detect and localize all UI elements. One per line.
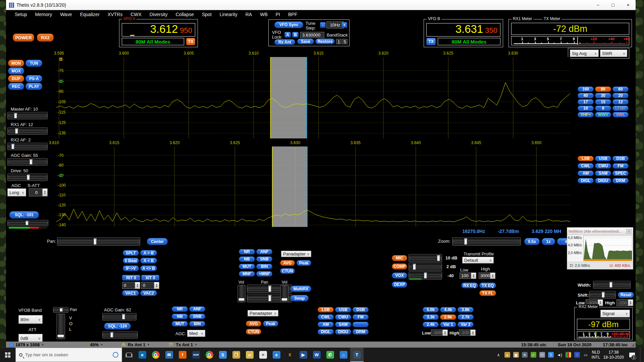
minimize-button[interactable]: −	[590, 0, 605, 10]
start-button[interactable]	[0, 348, 15, 362]
agc-mode-select[interactable]: Long∨	[7, 188, 26, 196]
transmit-profile-select[interactable]: Default∨	[462, 257, 494, 263]
b-to-a-button[interactable]: A < B	[140, 258, 157, 263]
vfo-sync-button[interactable]: VFO Sync	[274, 21, 303, 28]
rx1-mode-am[interactable]: AM	[578, 171, 594, 176]
tune-step-plus-button[interactable]: +	[341, 22, 347, 28]
tune-step-minus-button[interactable]: -	[320, 22, 326, 28]
band-button-60[interactable]: 60	[612, 86, 629, 92]
close-button[interactable]: ×	[621, 0, 636, 10]
vac1-button[interactable]: VAC1	[122, 290, 139, 296]
tray-icon-usb-device[interactable]: ⊓	[539, 352, 545, 358]
rx1-mode-sam[interactable]: SAM	[595, 171, 611, 176]
vac2-button[interactable]: VAC2	[140, 290, 157, 296]
rx1-dsp-+mnf[interactable]: +MNF	[256, 271, 272, 277]
agc-marker-g[interactable]: G	[59, 174, 63, 177]
rx1-mode-digu[interactable]: DIGU	[595, 178, 611, 183]
rx2-dsp-bin[interactable]: BIN	[189, 321, 205, 326]
networx-title-bar[interactable]: NetWorx (Alle ethernetverbindi... x	[567, 228, 633, 235]
s-att-spinner[interactable]: 0▲▼	[29, 188, 48, 196]
rx2-filter-var-2[interactable]: Var 2	[458, 322, 474, 327]
split-button[interactable]: SPLT	[123, 250, 139, 256]
rx2-filter-3-3k[interactable]: 3.3k	[423, 314, 439, 320]
rx2-filter-3-8k[interactable]: 3.8k	[458, 307, 474, 312]
rx2-dsp-anf[interactable]: ANF	[189, 306, 205, 312]
tray-icon-tray-expand-chevron[interactable]: ∧	[496, 352, 501, 358]
width-slider[interactable]	[593, 281, 631, 289]
rx1-dsp-mnf[interactable]: MNF	[239, 271, 255, 277]
rx2-mode-digl[interactable]: DIGL	[318, 329, 334, 335]
rx-antenna-status[interactable]: Rx Ant 1▼	[121, 342, 150, 347]
band-button-160[interactable]: 160	[578, 86, 594, 92]
dexp-button[interactable]: DEXP	[392, 282, 407, 288]
filter-high-spinner[interactable]: -100▲▼	[616, 299, 633, 306]
rx2-mode-usb[interactable]: USB	[335, 307, 351, 312]
tray-icon-network-status[interactable]: ▭	[583, 352, 589, 358]
rx1-dsp-snb[interactable]: SNB	[256, 256, 272, 262]
a-to-b-button[interactable]: A > B	[140, 250, 157, 256]
vfo-b-tx-indicator[interactable]: TX	[426, 38, 436, 45]
tray-icon-antivirus-badge[interactable]: ✔	[531, 352, 536, 358]
rx2-pan-slider[interactable]	[53, 307, 68, 313]
language-indicator[interactable]: NLD INTL	[592, 350, 600, 360]
rx1-dsp-bin[interactable]: BIN	[256, 264, 272, 269]
taskbar-search-input[interactable]: Typ hier om te zoeken	[15, 348, 122, 362]
meter-mode-select[interactable]: Sig Avg∨	[570, 50, 599, 57]
rx1-avg-button[interactable]: AVG	[280, 260, 295, 266]
agc-gain-slider[interactable]	[7, 158, 48, 166]
rx2-filter-2-7k[interactable]: 2.7k	[458, 314, 474, 320]
band-button-10[interactable]: 10	[578, 106, 594, 111]
rx2-sql-slider[interactable]	[102, 331, 138, 339]
ps-a-button[interactable]: PS-A	[25, 75, 42, 82]
power-button[interactable]: POWER	[13, 34, 34, 42]
play-button[interactable]: PLAY	[25, 83, 42, 90]
rx2-mode-dsb[interactable]: DSB	[353, 307, 369, 312]
taskbar-icon-firefox[interactable]: f	[176, 348, 189, 362]
tray-icon-volume-mixer[interactable]: ≣	[522, 352, 528, 358]
vfo-lock-a-button[interactable]: A	[284, 32, 291, 38]
taskbar-icon-thetis-app[interactable]: T	[350, 348, 364, 362]
menu-item-setup[interactable]: Setup	[11, 12, 31, 17]
rx2-mode-drm[interactable]: DRM	[353, 329, 369, 335]
shift-slider[interactable]	[589, 291, 616, 299]
zoom-0.5x-button[interactable]: 0.5x	[524, 238, 540, 245]
rx2-ctun-button[interactable]: CTUN	[246, 329, 261, 335]
agc-marker-h[interactable]: H	[59, 57, 63, 61]
rx2-filter-var-1[interactable]: Var 1	[440, 322, 456, 327]
band-button-30[interactable]: 30	[595, 93, 611, 98]
band-button-6[interactable]: 6	[595, 106, 611, 111]
rx1-dsp-anf[interactable]: ANF	[256, 249, 272, 254]
master-af-slider[interactable]	[7, 112, 48, 119]
rx-eq-button[interactable]: RX EQ	[461, 283, 478, 288]
mon-button[interactable]: MON	[8, 60, 24, 67]
rx1-mode-spec[interactable]: SPEC	[612, 171, 629, 176]
center-button[interactable]: Center	[147, 238, 168, 245]
vfob-band-select[interactable]: 80m∨	[18, 315, 43, 324]
rx-ant-button[interactable]: Rx Ant	[274, 39, 295, 45]
band-button-80[interactable]: 80	[595, 86, 611, 92]
taskbar-icon-store[interactable]: ⌂	[337, 348, 350, 362]
band-button-wwv[interactable]: WWV	[595, 112, 611, 117]
tray-icon-scheduler[interactable]: S	[548, 352, 554, 358]
rx2-dsp-nb[interactable]: NB	[172, 314, 188, 319]
vfo-lock-b-button[interactable]: B	[292, 32, 299, 38]
a-swap-b-button[interactable]: A <> B	[140, 265, 157, 271]
menu-item-ra[interactable]: RA	[241, 12, 256, 17]
bandstack-frequency-entry[interactable]: 3.630000	[300, 32, 324, 38]
rx1-mode-dsb[interactable]: DSB	[612, 156, 629, 161]
sql-button[interactable]: SQL: -101	[9, 211, 39, 219]
rx2-sql-button[interactable]: SQL: -124	[104, 323, 131, 329]
rx2-mode-lsb[interactable]: LSB	[318, 307, 334, 312]
if-to-vfo-button[interactable]: IF->V	[123, 265, 139, 271]
tray-icon-speaker[interactable]: ◄)	[557, 352, 562, 358]
rx1-mode-usb[interactable]: USB	[595, 156, 611, 161]
dup-button[interactable]: DUP	[8, 75, 24, 82]
taskbar-icon-sdr-app[interactable]: SDR	[189, 348, 203, 362]
vox-button[interactable]: VOX	[392, 273, 407, 279]
tun-button[interactable]: TUN	[25, 60, 42, 67]
band-button-swl[interactable]: SWL	[612, 112, 629, 117]
taskbar-icon-internet-explorer[interactable]: e	[270, 348, 283, 362]
shift-reset-button[interactable]: Reset	[618, 292, 634, 298]
rx2-agc-gain-slider[interactable]	[102, 313, 137, 320]
task-view-button[interactable]	[122, 348, 136, 362]
